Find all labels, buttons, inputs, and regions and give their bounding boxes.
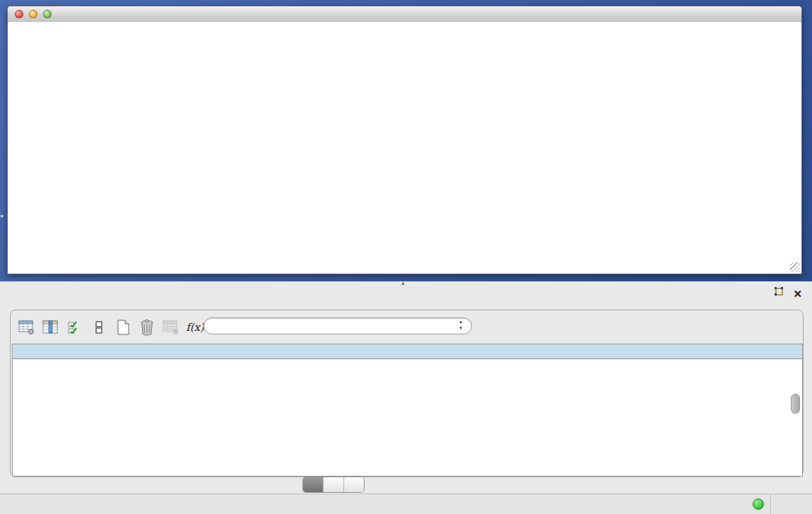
window-minimize-button[interactable]	[29, 10, 37, 18]
network-window-titlebar[interactable]	[8, 6, 801, 23]
delete-table-button[interactable]	[160, 317, 182, 337]
new-column-button[interactable]	[112, 317, 134, 337]
table-header-row	[13, 344, 802, 359]
rows-icon	[94, 320, 104, 335]
table-column-icon	[42, 320, 59, 335]
checklist-icon	[67, 320, 83, 335]
function-builder-button[interactable]: f(x)	[184, 317, 206, 337]
dropdown-spinner-icon: ▲▼	[459, 319, 463, 332]
delete-column-button[interactable]	[136, 317, 158, 337]
row-height-button[interactable]	[88, 317, 110, 337]
table-gear-icon	[18, 320, 35, 335]
table-panel: ▴ ✕	[0, 281, 812, 514]
status-bar	[0, 493, 812, 514]
network-graph-canvas[interactable]	[8, 22, 801, 273]
fx-icon: f(x)	[186, 321, 204, 334]
splitter-handle[interactable]: ▴	[401, 279, 405, 286]
tab-edge-table[interactable]	[324, 477, 344, 492]
window-close-button[interactable]	[15, 10, 23, 18]
left-splitter-handle[interactable]: ▸	[1, 212, 4, 219]
cytoscape-desktop: ▸	[0, 0, 812, 281]
float-panel-icon[interactable]	[773, 286, 784, 300]
trash-icon	[139, 319, 155, 336]
table-scrollbar-thumb[interactable]	[791, 394, 800, 414]
table-tabs	[302, 477, 365, 493]
table-panel-body: f(x) ▲▼	[10, 310, 804, 477]
memory-status-indicator[interactable]	[753, 498, 764, 510]
delete-table-disabled-icon	[163, 320, 180, 335]
tab-node-table[interactable]	[303, 477, 324, 492]
close-panel-icon[interactable]: ✕	[793, 288, 802, 299]
tab-network-table[interactable]	[344, 477, 364, 492]
show-columns-button[interactable]	[40, 317, 61, 337]
new-document-icon	[115, 319, 131, 336]
node-table	[12, 344, 803, 477]
table-mode-button[interactable]	[16, 317, 37, 337]
network-view-window	[7, 6, 802, 274]
table-toolbar: f(x)	[16, 316, 208, 339]
selection-mode-button[interactable]	[64, 317, 86, 337]
window-zoom-button[interactable]	[43, 10, 52, 18]
window-resize-handle[interactable]	[790, 262, 800, 272]
table-selector-dropdown[interactable]: ▲▼	[204, 317, 472, 334]
